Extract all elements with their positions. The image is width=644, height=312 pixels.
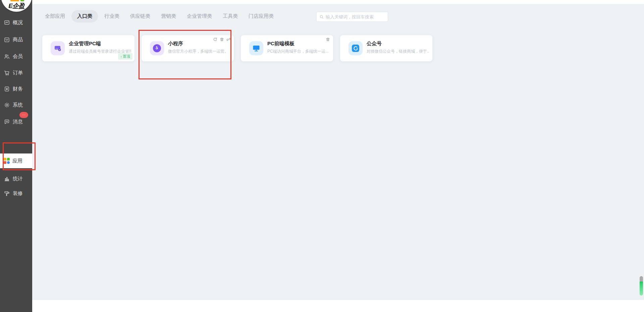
tab-entry[interactable]: 入口类: [71, 10, 98, 22]
tab-industry[interactable]: 行业类: [100, 10, 124, 22]
sidebar-item-finance[interactable]: 财务: [0, 80, 32, 97]
sidebar-item-label: 商品: [13, 37, 23, 43]
search-input[interactable]: [326, 14, 385, 19]
sidebar-item-label: 概况: [13, 19, 23, 26]
message-count-badge: ⋯: [19, 112, 28, 118]
search-icon: [320, 15, 324, 19]
orders-icon: [4, 70, 10, 76]
tab-supply-chain[interactable]: 供应链类: [126, 10, 155, 22]
messages-icon: [4, 119, 10, 125]
sidebar-item-label: 会员: [13, 53, 23, 60]
annotation-box-sidebar-apps: [3, 142, 36, 170]
sidebar-item-label: 统计: [13, 176, 23, 182]
app-card-official-account[interactable]: 公众号 对接微信公众号，链接商城，便于...: [340, 35, 432, 61]
system-icon: [4, 102, 10, 108]
app-card-list: 企业管理PC端 通过前端会员账号登录进行企业管理 ↑ 置顶: [42, 35, 432, 61]
sidebar-item-label: 系统: [13, 102, 23, 108]
finance-icon: [4, 86, 10, 92]
logo-text: E企盈: [1, 2, 32, 10]
app-card-pc-template[interactable]: PC前端模板 PC端访问商城平台，多端统一运...: [241, 35, 333, 61]
sidebar-item-label: 装修: [13, 190, 23, 197]
tab-store-apps[interactable]: 门店应用类: [244, 10, 278, 22]
annotation-box-mini-program: [139, 30, 231, 79]
sidebar-item-stats[interactable]: 统计: [0, 170, 32, 187]
arrow-up-icon: ↑: [120, 55, 122, 59]
tab-enterprise-mgmt[interactable]: 企业管理类: [182, 10, 216, 22]
scrollbar-thumb-body: [640, 282, 643, 296]
sidebar-item-label: 订单: [13, 70, 23, 76]
tab-all-apps[interactable]: 全部应用: [41, 10, 69, 22]
card-description: 对接微信公众号，链接商城，便于...: [367, 49, 429, 54]
card-title: 企业管理PC端: [69, 41, 101, 47]
pin-top-label: 置顶: [123, 54, 130, 59]
sidebar-item-goods[interactable]: 商品: [0, 31, 32, 48]
logo-green-block: [20, 0, 24, 1]
tab-tools[interactable]: 工具类: [218, 10, 242, 22]
sidebar-item-orders[interactable]: 订单: [0, 64, 32, 81]
app-card-pc-admin[interactable]: 企业管理PC端 通过前端会员账号登录进行企业管理 ↑ 置顶: [42, 35, 135, 61]
card-title: 公众号: [367, 41, 382, 47]
goods-icon: [4, 37, 10, 43]
official-account-icon: [348, 41, 363, 55]
main-area: 全部应用 入口类 行业类 供应链类 营销类 企业管理类 工具类 门店应用类 企业…: [32, 0, 644, 312]
trash-icon[interactable]: [326, 37, 330, 42]
members-icon: [4, 53, 10, 60]
scrollbar-thumb[interactable]: [640, 276, 643, 296]
logo-orange-block: [10, 0, 19, 1]
pc-admin-icon: [51, 41, 65, 55]
stats-icon: [4, 176, 10, 182]
card-action-bar: [326, 37, 330, 42]
tab-marketing[interactable]: 营销类: [157, 10, 180, 22]
sidebar-item-members[interactable]: 会员: [0, 48, 32, 65]
sidebar-item-decorate[interactable]: 装修: [0, 185, 32, 202]
overview-icon: [4, 19, 10, 26]
card-title: PC前端模板: [267, 41, 294, 47]
scrollbar-thumb-cap: [640, 276, 643, 282]
search-box: [316, 12, 388, 22]
app-logo: E企盈: [1, 0, 32, 12]
decorate-icon: [4, 190, 10, 197]
category-tabbar: 全部应用 入口类 行业类 供应链类 营销类 企业管理类 工具类 门店应用类: [41, 9, 278, 23]
sidebar-item-label: 消息: [13, 119, 23, 125]
pin-top-badge: ↑ 置顶: [118, 53, 133, 60]
pc-template-icon: [249, 41, 263, 55]
sidebar-item-overview[interactable]: 概况: [0, 14, 32, 31]
sidebar-item-system[interactable]: 系统: [0, 97, 32, 113]
card-description: PC端访问商城平台，多端统一运...: [267, 49, 330, 54]
sidebar-item-label: 财务: [13, 86, 23, 92]
